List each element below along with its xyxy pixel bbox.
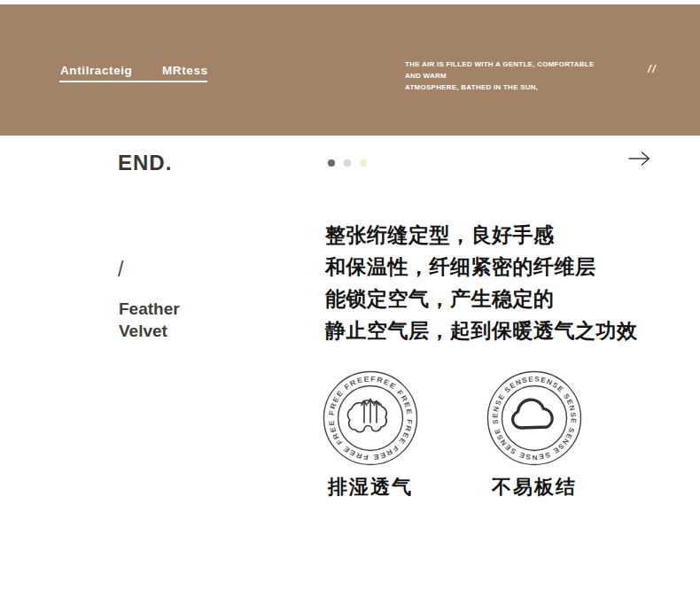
description-line: 静止空气层，起到保暖透气之功效	[325, 314, 638, 346]
end-label: END.	[118, 151, 172, 175]
product-detail-page: Antilracteig MRtess THE AIR IS FILLED WI…	[0, 0, 700, 590]
brand-underline	[59, 81, 207, 82]
decor-slashes: //	[648, 62, 657, 75]
brand-tab-secondary: MRtess	[162, 64, 208, 77]
breathe-cloud-icon	[348, 400, 387, 432]
feature-badge-no-clumping: SENSE SENSE SENSE SENSE SENSE SENSE SENS…	[486, 369, 583, 467]
description-line: 整张绗缝定型，良好手感	[325, 219, 638, 251]
hero-banner: Antilracteig MRtess THE AIR IS FILLED WI…	[0, 4, 700, 136]
svg-text:SENSE SENSE SENSE SENSE SE: SENSE SENSE SENSE SENSE SENSE SENSE SENS…	[491, 375, 577, 461]
carousel-dot[interactable]	[344, 159, 351, 167]
carousel-dots	[328, 159, 367, 167]
feature-label-breathable: 排湿透气	[322, 474, 419, 501]
cloud-icon	[513, 400, 553, 428]
tagline-line-2: ATMOSPHERE, BATHED IN THE SUN,	[405, 82, 609, 93]
tagline-line-1: THE AIR IS FILLED WITH A GENTLE, COMFORT…	[405, 58, 609, 82]
product-subtitle: Feather Velvet	[119, 298, 180, 342]
ring-text-sense: SENSE SENSE SENSE SENSE SENSE SENSE SENS…	[491, 375, 577, 461]
brand-tab-primary: Antilracteig	[60, 64, 132, 77]
feature-badge-breathable: FREE FREE FREE FREE FREE FREE FREE FREE	[322, 369, 419, 467]
feature-label-no-clumping: 不易板结	[486, 474, 583, 501]
subtitle-line-1: Feather	[119, 298, 180, 320]
arrow-right-icon[interactable]	[628, 151, 651, 167]
subtitle-line-2: Velvet	[119, 320, 180, 342]
carousel-dot[interactable]	[360, 159, 367, 167]
description-line: 能锁定空气，产生稳定的	[325, 283, 638, 314]
carousel-dot-active[interactable]	[328, 159, 335, 167]
description: 整张绗缝定型，良好手感和保温性，纤细紧密的纤维层能锁定空气，产生稳定的静止空气层…	[325, 219, 638, 346]
hero-tagline: THE AIR IS FILLED WITH A GENTLE, COMFORT…	[405, 58, 609, 93]
section-slash: /	[118, 258, 123, 282]
description-line: 和保温性，纤细紧密的纤维层	[325, 251, 638, 283]
